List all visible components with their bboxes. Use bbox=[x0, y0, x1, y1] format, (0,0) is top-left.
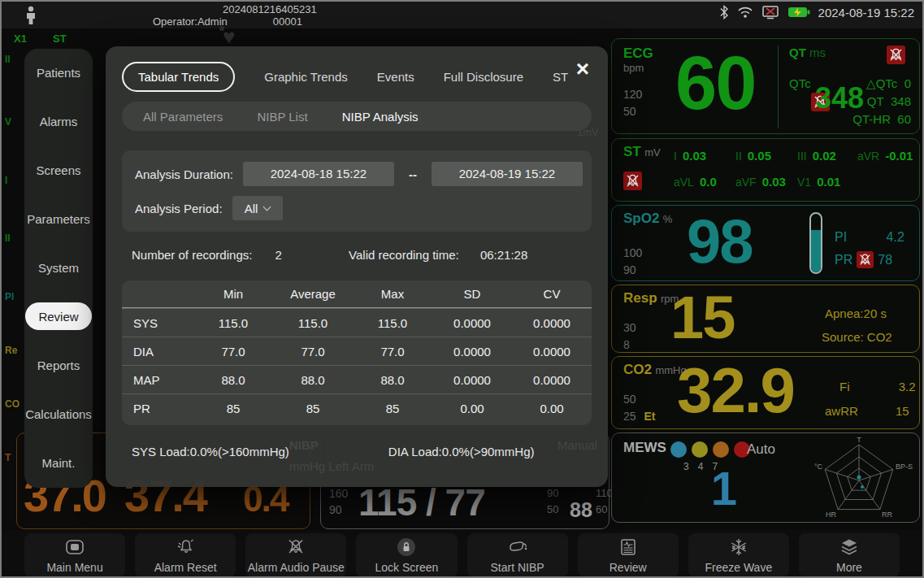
qtc-label: QTc bbox=[789, 76, 811, 90]
co2-tile[interactable]: CO2 mmHg 50 25 Et 32.9 Fi 3.2 awRR 15 bbox=[611, 356, 920, 429]
date-to-button[interactable]: 2024-08-19 15:22 bbox=[432, 162, 583, 186]
patient-icon bbox=[24, 6, 37, 25]
nibp-sys-high: 160 bbox=[329, 485, 348, 502]
resp-source: Source: CO2 bbox=[822, 330, 892, 344]
pr-value: 78 bbox=[878, 253, 892, 267]
pi-value: 4.2 bbox=[887, 230, 904, 244]
st-value: -0.01 bbox=[885, 149, 913, 163]
lead-label: II bbox=[5, 54, 11, 65]
mews-tile[interactable]: MEWS 3 4 7 Auto 1 bbox=[611, 432, 920, 523]
alarm-audio-pause-button[interactable]: Alarm Audio Pause bbox=[245, 533, 346, 577]
alarm-reset-button[interactable]: Alarm Reset bbox=[135, 533, 236, 577]
qthr-value: 60 bbox=[897, 112, 911, 126]
analysis-settings-panel: Analysis Duration: 2024-08-18 15:22 -- 2… bbox=[122, 150, 592, 232]
st-lead: aVF bbox=[735, 176, 757, 189]
operator-label: Operator:Admin bbox=[153, 15, 228, 28]
ecg-gain-label: X1 bbox=[14, 33, 27, 45]
ecg-tile[interactable]: ECG bpm 120 50 60 QT ms QTc 348 △QTc 0 Q… bbox=[611, 38, 920, 134]
status-bar: 2024081216405231 Operator:Admin00001 bbox=[2, 2, 922, 28]
review-dialog: Demo Mode 1mV NIBP mmHg Left Arm Manual … bbox=[106, 46, 608, 487]
resp-limit-high: 30 bbox=[623, 319, 636, 337]
sidebar-item-patients[interactable]: Patients bbox=[25, 59, 92, 86]
ecg-label: ECG bbox=[623, 46, 653, 61]
operator-info: Operator:Admin00001 bbox=[153, 15, 348, 28]
lock-screen-button[interactable]: Lock Screen bbox=[356, 533, 457, 577]
lead-label: II bbox=[5, 233, 11, 244]
table-row: MAP 88.0 88.0 88.0 0.0000 0.0000 bbox=[122, 365, 592, 393]
nibp-subtabs: All Parameters NIBP List NIBP Analysis bbox=[122, 102, 592, 131]
tab-st[interactable]: ST bbox=[553, 70, 568, 84]
date-from-button[interactable]: 2024-08-18 15:22 bbox=[243, 162, 394, 186]
review-icon bbox=[619, 537, 637, 557]
sidebar-item-calculations[interactable]: Calculations bbox=[25, 400, 92, 428]
sidebar-item-screens[interactable]: Screens bbox=[25, 156, 92, 184]
tab-tabular-trends[interactable]: Tabular Trends bbox=[122, 62, 235, 92]
display-disconnected-icon bbox=[761, 5, 779, 20]
analysis-period-value: All bbox=[245, 202, 258, 215]
st-lead: aVR bbox=[857, 150, 879, 163]
resp-label: Resp bbox=[623, 290, 657, 306]
valid-time-label: Valid recording time: bbox=[349, 248, 459, 262]
alarm-reset-icon bbox=[176, 537, 195, 557]
st-label: ST bbox=[623, 144, 641, 159]
awrr-label: awRR bbox=[825, 404, 858, 418]
sidebar-item-review[interactable]: Review bbox=[25, 302, 92, 330]
sidebar-item-alarms[interactable]: Alarms bbox=[25, 107, 92, 135]
radar-axis-t: T bbox=[857, 436, 861, 444]
lead-label: I bbox=[5, 175, 7, 186]
subtab-all-parameters[interactable]: All Parameters bbox=[143, 110, 223, 124]
start-nibp-button[interactable]: Start NIBP bbox=[467, 533, 568, 577]
hr-value: 60 bbox=[675, 42, 755, 124]
bleed-nibp-site: mmHg Left Arm bbox=[289, 459, 374, 473]
sidebar-item-reports[interactable]: Reports bbox=[25, 351, 92, 379]
col-cv: CV bbox=[512, 287, 592, 301]
nibp-map-high: 90 bbox=[547, 485, 558, 502]
sidebar-item-parameters[interactable]: Parameters bbox=[25, 205, 92, 233]
st-alarm-off-icon bbox=[623, 172, 642, 190]
main-menu-sidebar: Patients Alarms Screens Parameters Syste… bbox=[24, 49, 93, 488]
nibp-map-low: 50 bbox=[547, 502, 558, 518]
st-lead: I bbox=[674, 150, 677, 163]
review-button[interactable]: Review bbox=[578, 533, 679, 577]
nibp-pr-low: 60 bbox=[596, 502, 613, 518]
sys-load: SYS Load:0.0%(>160mmHg) bbox=[132, 445, 289, 458]
alarm-audio-pause-icon bbox=[286, 537, 306, 557]
lead-label: Re bbox=[5, 345, 17, 356]
more-button[interactable]: More bbox=[799, 533, 900, 577]
main-menu-button[interactable]: Main Menu bbox=[24, 533, 125, 577]
mews-dot bbox=[670, 441, 687, 458]
nibp-analysis-table: Min Average Max SD CV SYS 115.0 115.0 11… bbox=[122, 280, 592, 425]
resp-value: 15 bbox=[670, 285, 734, 350]
awrr-value: 15 bbox=[896, 404, 909, 418]
patient-id: 00001 bbox=[273, 15, 302, 28]
resp-limit-low: 8 bbox=[623, 337, 636, 354]
close-icon[interactable]: × bbox=[570, 58, 595, 82]
st-value: 0.03 bbox=[762, 175, 786, 189]
subtab-nibp-list[interactable]: NIBP List bbox=[257, 110, 307, 124]
st-unit: mV bbox=[644, 146, 661, 159]
spo2-tile[interactable]: SpO2 % 100 90 98 PI 4.2 PR 78 bbox=[611, 205, 920, 281]
qt-label: QT bbox=[789, 46, 806, 59]
nibp-pr-value: 88 bbox=[570, 498, 592, 522]
freeze-wave-button[interactable]: Freeze Wave bbox=[688, 533, 789, 577]
mews-score-dots bbox=[670, 441, 750, 458]
subtab-nibp-analysis[interactable]: NIBP Analysis bbox=[342, 110, 419, 124]
sidebar-item-maint[interactable]: Maint. bbox=[25, 449, 92, 476]
analysis-period-select[interactable]: All bbox=[232, 196, 283, 220]
qthr-label: QT-HR bbox=[852, 112, 891, 126]
st-tile[interactable]: ST mV I0.03 II0.05 III0.02 aVR-0.01 aVL0… bbox=[611, 138, 920, 202]
col-average: Average bbox=[273, 287, 353, 301]
tab-events[interactable]: Events bbox=[377, 70, 414, 84]
spo2-signal-bar bbox=[809, 212, 822, 274]
dia-load: DIA Load:0.0%(>90mmHg) bbox=[388, 445, 535, 458]
nibp-sys-low: 90 bbox=[329, 502, 348, 518]
resp-tile[interactable]: Resp rpm 30 8 15 Apnea:20 s Source: CO2 bbox=[611, 285, 920, 353]
st-lead: II bbox=[735, 150, 742, 163]
apnea-setting: Apnea:20 s bbox=[825, 306, 887, 320]
sidebar-item-system[interactable]: System bbox=[25, 254, 92, 281]
bluetooth-icon bbox=[719, 5, 729, 20]
table-row: SYS 115.0 115.0 115.0 0.0000 0.0000 bbox=[122, 308, 592, 337]
tab-full-disclosure[interactable]: Full Disclosure bbox=[444, 70, 523, 84]
tab-graphic-trends[interactable]: Graphic Trends bbox=[264, 70, 348, 84]
mews-score-value: 1 bbox=[700, 461, 748, 515]
